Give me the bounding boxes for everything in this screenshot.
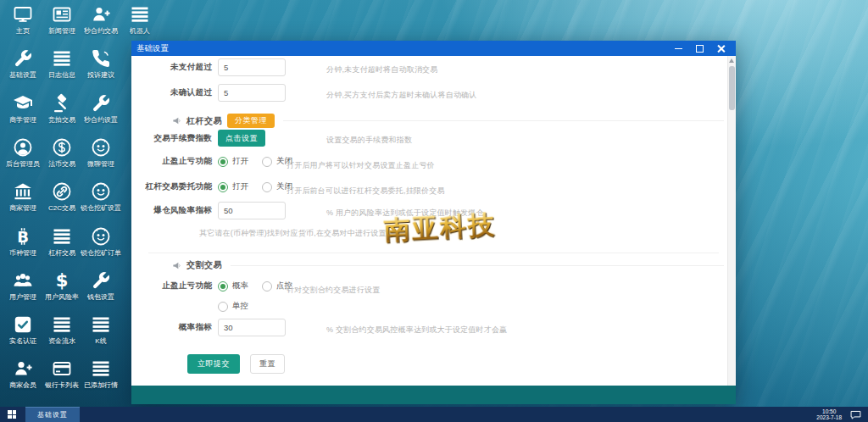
desktop-shortcut[interactable]: 已添加行情 <box>81 358 120 400</box>
delivery-single-radio[interactable]: 单控 <box>218 301 248 312</box>
desktop-shortcut-label: C2C交易 <box>48 204 75 212</box>
list-icon <box>129 3 151 25</box>
desktop-shortcut[interactable]: 商家管理 <box>3 180 42 223</box>
desktop-shortcut[interactable]: 钱包设置 <box>81 269 120 312</box>
window-titlebar[interactable]: 基础设置 <box>131 41 736 56</box>
gavel-icon <box>51 92 73 114</box>
unconfirmed-hint: 分钟,买方支付后卖方超时未确认将自动确认 <box>326 90 477 101</box>
unpaid-hint: 分钟,未支付超时将自动取消交易 <box>326 64 438 75</box>
user-circle-icon <box>12 136 34 158</box>
desktop-shortcut-label: 投诉建议 <box>87 71 114 79</box>
desktop-shortcut-label: 商家管理 <box>9 204 36 212</box>
list-icon <box>90 358 112 380</box>
desktop-shortcut[interactable]: K线 <box>81 314 120 356</box>
prob-label: 概率指标 <box>131 322 212 333</box>
desktop-shortcut[interactable]: 用户管理 <box>3 269 42 312</box>
taskbar: 基础设置 10:50 2023-7-18 <box>0 407 868 422</box>
user-add-icon <box>90 3 112 25</box>
desktop-shortcut-label: 基础设置 <box>9 71 36 79</box>
tp-open-radio[interactable]: 打开 <box>218 156 248 167</box>
scroll-up-arrow-icon[interactable] <box>729 58 734 63</box>
list-icon <box>51 314 73 336</box>
delivery-single-row: 单控 <box>218 301 724 312</box>
clock-time: 10:50 <box>816 408 842 415</box>
delivery-section-title: 交割交易 <box>186 259 222 271</box>
desktop-shortcut[interactable]: 锁仓挖矿设置 <box>81 180 120 223</box>
scrollbar-track[interactable] <box>727 56 736 386</box>
desktop-shortcut-label: 用户管理 <box>9 293 36 301</box>
reset-button[interactable]: 重置 <box>250 354 285 374</box>
desktop-shortcut[interactable]: 秒合约设置 <box>81 92 120 135</box>
desktop-shortcut[interactable]: 机器人 <box>120 3 159 46</box>
link-circle-icon <box>51 180 73 203</box>
desktop-shortcut[interactable]: 法币交易 <box>42 136 81 179</box>
desktop-shortcut-label: 日志信息 <box>48 71 75 79</box>
desktop-shortcut[interactable]: $用户风险率 <box>42 269 81 312</box>
burst-label: 爆仓风险率指标 <box>131 205 212 216</box>
start-button[interactable] <box>0 407 24 422</box>
desktop-shortcut[interactable]: C2C交易 <box>42 180 81 223</box>
desktop-shortcut-label: 微聊管理 <box>87 160 114 168</box>
desktop-shortcut[interactable]: 后台管理员 <box>3 136 42 179</box>
desktop-shortcut[interactable]: 秒合约交易 <box>81 3 120 46</box>
desktop-shortcut-label: 秒合约设置 <box>84 116 118 124</box>
delivery-prob-radio[interactable]: 概率 <box>218 280 248 292</box>
scrollbar-thumb[interactable] <box>729 66 735 110</box>
unpaid-label: 未支付超过 <box>131 62 212 73</box>
taskbar-item-label: 基础设置 <box>37 410 68 419</box>
lever-note: 其它请在(币种管理)找到对应货币,在交易对中进行设置 <box>199 228 387 239</box>
taskbar-clock[interactable]: 10:50 2023-7-18 <box>816 408 842 421</box>
desktop-shortcut-label: 实名认证 <box>9 337 36 345</box>
wrench-icon <box>90 92 112 114</box>
robot-circle-icon <box>90 180 112 203</box>
desktop-shortcut[interactable]: 竞拍交易 <box>42 92 81 135</box>
wrench-icon <box>90 269 112 292</box>
desktop-shortcut[interactable]: 实名认证 <box>3 314 42 356</box>
entrust-hint: 打开后前台可以进行杠杆交易委托,挂限价交易 <box>287 186 445 197</box>
desktop-shortcut[interactable]: 银行卡列表 <box>42 358 81 400</box>
desktop-shortcut[interactable]: 基础设置 <box>3 47 42 90</box>
list-icon <box>51 225 73 247</box>
desktop-shortcut[interactable]: 投诉建议 <box>81 47 120 90</box>
unconfirmed-input[interactable] <box>218 84 286 102</box>
fee-hint: 设置交易的手续费和指数 <box>326 135 412 146</box>
page-footer-bar <box>131 386 736 404</box>
entrust-open-label: 打开 <box>232 181 248 192</box>
burst-input[interactable] <box>218 202 286 219</box>
prob-input[interactable] <box>218 319 286 336</box>
entrust-label: 杠杆交易委托功能 <box>131 181 212 192</box>
taskbar-item-settings[interactable]: 基础设置 <box>25 407 80 422</box>
desktop-shortcut[interactable]: 新闻管理 <box>42 3 81 46</box>
submit-button[interactable]: 立即提交 <box>187 354 240 374</box>
entrust-open-radio[interactable]: 打开 <box>218 181 248 192</box>
desktop-shortcut[interactable]: 商学管理 <box>3 92 42 135</box>
desktop-shortcut[interactable]: 主页 <box>3 3 42 46</box>
desktop-shortcut[interactable]: 日志信息 <box>42 47 81 90</box>
chat-bubble-icon[interactable] <box>850 410 861 419</box>
minimize-icon[interactable] <box>674 44 683 53</box>
desktop-shortcut-label: 锁仓挖矿订单 <box>81 249 121 257</box>
tp-hint: 打开后用户将可以针对交易设置止盈止亏价 <box>287 160 435 171</box>
close-icon[interactable] <box>716 44 726 53</box>
desktop-shortcut[interactable]: 商家会员 <box>3 358 42 400</box>
maximize-icon[interactable] <box>695 44 704 53</box>
money-circle-icon <box>51 136 73 158</box>
desktop-shortcut[interactable]: 杠杆交易 <box>42 225 81 268</box>
desktop-shortcut[interactable]: B币种管理 <box>3 225 42 268</box>
phone-icon <box>90 47 112 69</box>
desktop-shortcut[interactable]: 锁仓挖矿订单 <box>81 225 120 268</box>
fee-setup-button[interactable]: 点击设置 <box>218 130 265 147</box>
graduation-icon <box>12 92 34 114</box>
unpaid-input[interactable] <box>218 58 286 76</box>
desktop-shortcut-label: 后台管理员 <box>6 160 40 168</box>
desktop-shortcut[interactable]: 微聊管理 <box>81 136 120 179</box>
section-divider-line <box>231 265 724 266</box>
desktop-shortcut-label: 币种管理 <box>9 249 36 257</box>
category-manage-button[interactable]: 分类管理 <box>227 114 275 128</box>
desktop-shortcut-label: K线 <box>95 337 106 345</box>
desktop-shortcut[interactable]: 资金流水 <box>42 314 81 356</box>
fee-row: 交易手续费指数 点击设置 <box>131 130 724 147</box>
check-icon <box>12 314 34 336</box>
clock-date: 2023-7-18 <box>816 414 842 421</box>
desktop-shortcut-label: 主页 <box>16 27 30 35</box>
